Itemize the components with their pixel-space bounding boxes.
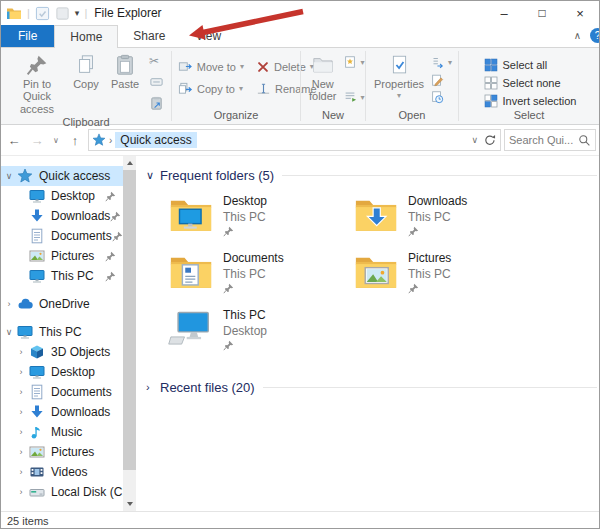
up-button[interactable]: ↑: [65, 133, 85, 148]
sidebar-item-pc-desktop[interactable]: › Desktop: [1, 362, 123, 382]
invert-selection-button[interactable]: Invert selection: [484, 94, 577, 108]
pictures-folder-icon: [353, 251, 399, 293]
address-location[interactable]: Quick access: [115, 132, 196, 148]
tile-this-pc[interactable]: This PC Desktop: [168, 306, 353, 360]
sidebar-item-downloads[interactable]: Downloads: [1, 206, 123, 226]
quick-access-star-icon: [92, 133, 106, 147]
section-rule: [282, 175, 597, 176]
clipboard-group: Pin to Quick access Copy Paste ✂ Clipboa…: [1, 48, 171, 124]
sidebar-item-this-pc[interactable]: ∨ This PC: [1, 322, 123, 342]
scroll-up-arrow[interactable]: [123, 156, 136, 170]
tile-downloads[interactable]: Downloads This PC: [353, 192, 538, 246]
select-all-icon: [484, 58, 498, 72]
cut-icon[interactable]: ✂: [149, 55, 164, 67]
paste-shortcut-icon[interactable]: [149, 96, 164, 111]
chevron-collapsed-icon[interactable]: ›: [1, 299, 17, 309]
sidebar-item-documents[interactable]: Documents: [1, 226, 123, 246]
qat-separator: |: [84, 7, 87, 19]
sidebar-scrollbar[interactable]: [123, 156, 136, 511]
recent-locations-dropdown-icon[interactable]: ∨: [50, 136, 62, 145]
easy-access-button[interactable]: ▾: [343, 90, 365, 104]
sidebar-item-music[interactable]: › Music: [1, 422, 123, 442]
open-icon: [430, 55, 444, 69]
organize-group: Move to ▾ Delete ▾ Copy to: [172, 48, 300, 124]
help-icon[interactable]: ?: [590, 28, 600, 43]
select-all-button[interactable]: Select all: [484, 58, 577, 72]
qat-properties-icon[interactable]: [35, 6, 50, 21]
sidebar-item-pictures[interactable]: Pictures: [1, 246, 123, 266]
sidebar-item-pc-pictures[interactable]: › Pictures: [1, 442, 123, 462]
scroll-down-arrow[interactable]: [123, 497, 136, 511]
chevron-collapsed-icon[interactable]: ›: [146, 381, 160, 393]
chevron-collapsed-icon[interactable]: ›: [13, 367, 29, 377]
sidebar-item-this-pc-pinned[interactable]: This PC: [1, 266, 123, 286]
collapse-ribbon-icon[interactable]: ∧: [574, 30, 581, 41]
sidebar-item-local-disk-c[interactable]: › Local Disk (C:): [1, 482, 123, 502]
maximize-button[interactable]: □: [523, 1, 561, 25]
chevron-expanded-icon[interactable]: ∨: [1, 327, 17, 337]
address-bar[interactable]: › Quick access ∨: [88, 129, 501, 151]
chevron-expanded-icon[interactable]: ∨: [1, 171, 17, 181]
chevron-collapsed-icon[interactable]: ›: [13, 387, 29, 397]
address-dropdown-icon[interactable]: ∨: [471, 135, 478, 145]
tab-share[interactable]: Share: [118, 25, 180, 47]
tab-home[interactable]: Home: [54, 25, 118, 48]
easy-access-icon: [343, 90, 357, 104]
qat-customize-dropdown-icon[interactable]: ▾: [75, 8, 80, 18]
recent-files-header[interactable]: › Recent files (20): [146, 376, 599, 398]
edit-icon[interactable]: [430, 73, 444, 87]
documents-icon: [29, 384, 45, 400]
forward-button[interactable]: →: [27, 133, 47, 148]
search-input[interactable]: Search Qui...: [504, 129, 596, 151]
chevron-collapsed-icon[interactable]: ›: [13, 467, 29, 477]
chevron-right-icon[interactable]: ›: [109, 135, 112, 146]
chevron-collapsed-icon[interactable]: ›: [13, 407, 29, 417]
refresh-icon[interactable]: [483, 133, 497, 147]
select-none-button[interactable]: Select none: [484, 76, 577, 90]
chevron-collapsed-icon[interactable]: ›: [13, 347, 29, 357]
qat-new-folder-icon[interactable]: [55, 6, 70, 21]
tab-file[interactable]: File: [1, 25, 54, 47]
frequent-folders-header[interactable]: ∨ Frequent folders (5): [146, 164, 599, 186]
new-item-button[interactable]: ▾: [343, 55, 365, 69]
chevron-collapsed-icon[interactable]: ›: [13, 427, 29, 437]
chevron-down-icon: ▾: [361, 58, 365, 67]
close-button[interactable]: ×: [561, 1, 599, 25]
sidebar-item-videos[interactable]: › Videos: [1, 462, 123, 482]
sidebar-item-label: Desktop: [51, 189, 95, 203]
recent-files-label: Recent files (20): [160, 380, 255, 395]
sidebar-item-desktop[interactable]: Desktop: [1, 186, 123, 206]
properties-button[interactable]: Properties ▾: [372, 52, 426, 108]
open-button[interactable]: ▾: [430, 55, 452, 69]
pin-icon: [112, 231, 123, 242]
navigation-pane: ∨ Quick access Desktop Downloads Documen…: [1, 156, 123, 511]
tile-pictures[interactable]: Pictures This PC: [353, 249, 538, 303]
back-button[interactable]: ←: [4, 133, 24, 148]
sidebar-item-3d-objects[interactable]: › 3D Objects: [1, 342, 123, 362]
sidebar-item-onedrive[interactable]: › OneDrive: [1, 294, 123, 314]
chevron-expanded-icon[interactable]: ∨: [146, 169, 160, 182]
paste-button[interactable]: Paste: [105, 52, 145, 115]
scrollbar-thumb[interactable]: [123, 170, 136, 470]
sidebar-item-pc-documents[interactable]: › Documents: [1, 382, 123, 402]
tile-title: Documents: [223, 251, 284, 267]
invert-selection-icon: [484, 94, 498, 108]
3d-objects-icon: [29, 344, 45, 360]
new-folder-button[interactable]: New folder: [307, 52, 339, 108]
sidebar-item-pc-downloads[interactable]: › Downloads: [1, 402, 123, 422]
tile-documents[interactable]: Documents This PC: [168, 249, 353, 303]
move-to-button[interactable]: Move to ▾: [178, 59, 244, 74]
copy-button[interactable]: Copy: [67, 52, 105, 115]
history-icon[interactable]: [430, 90, 444, 104]
pin-to-quick-access-button[interactable]: Pin to Quick access: [7, 52, 67, 115]
sidebar-item-quick-access[interactable]: ∨ Quick access: [1, 166, 123, 186]
items-count: 25 items: [7, 515, 49, 527]
copy-path-icon[interactable]: [149, 74, 164, 89]
minimize-button[interactable]: –: [485, 1, 523, 25]
chevron-collapsed-icon[interactable]: ›: [13, 487, 29, 497]
chevron-collapsed-icon[interactable]: ›: [13, 447, 29, 457]
chevron-down-icon: ▾: [397, 92, 401, 101]
copy-to-button[interactable]: Copy to ▾: [178, 81, 244, 96]
tile-desktop[interactable]: Desktop This PC: [168, 192, 353, 246]
tab-view[interactable]: View: [180, 25, 236, 47]
